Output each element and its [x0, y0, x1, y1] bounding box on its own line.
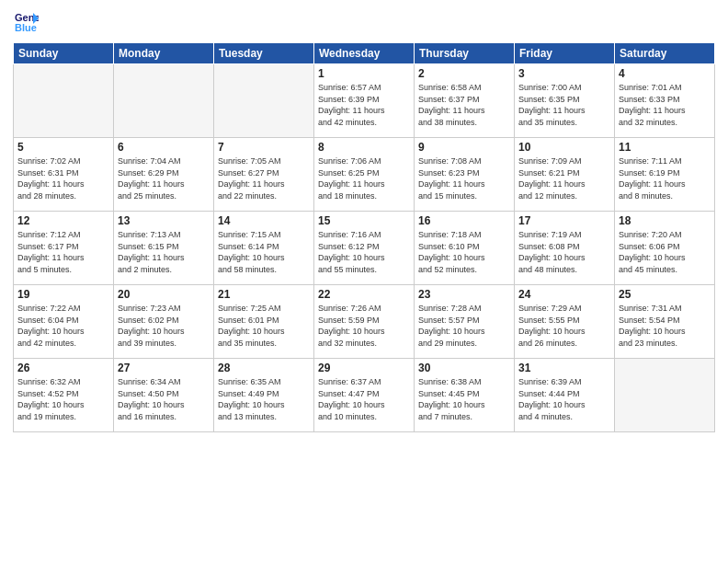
day-number: 31: [518, 362, 610, 374]
calendar-day-cell: 29Sunrise: 6:37 AM Sunset: 4:47 PM Dayli…: [314, 359, 415, 432]
day-info: Sunrise: 7:29 AM Sunset: 5:55 PM Dayligh…: [518, 303, 610, 349]
day-number: 8: [318, 141, 410, 154]
day-info: Sunrise: 6:58 AM Sunset: 6:37 PM Dayligh…: [418, 82, 510, 128]
weekday-header: Sunday: [14, 43, 114, 64]
calendar-day-cell: 5Sunrise: 7:02 AM Sunset: 6:31 PM Daylig…: [14, 138, 114, 212]
day-number: 23: [418, 288, 510, 301]
day-info: Sunrise: 7:16 AM Sunset: 6:12 PM Dayligh…: [318, 229, 410, 275]
day-number: 28: [218, 362, 310, 374]
day-number: 19: [17, 288, 109, 301]
calendar-day-cell: 17Sunrise: 7:19 AM Sunset: 6:08 PM Dayli…: [515, 212, 615, 285]
day-info: Sunrise: 7:22 AM Sunset: 6:04 PM Dayligh…: [17, 303, 109, 349]
day-info: Sunrise: 7:19 AM Sunset: 6:08 PM Dayligh…: [518, 229, 610, 275]
calendar-day-cell: 31Sunrise: 6:39 AM Sunset: 4:44 PM Dayli…: [515, 359, 615, 432]
day-info: Sunrise: 7:18 AM Sunset: 6:10 PM Dayligh…: [418, 229, 510, 275]
day-info: Sunrise: 6:38 AM Sunset: 4:45 PM Dayligh…: [418, 376, 510, 422]
day-number: 2: [418, 67, 510, 80]
weekday-header: Friday: [515, 43, 615, 64]
calendar-day-cell: 11Sunrise: 7:11 AM Sunset: 6:19 PM Dayli…: [615, 138, 715, 212]
calendar-week-row: 26Sunrise: 6:32 AM Sunset: 4:52 PM Dayli…: [14, 359, 715, 432]
day-info: Sunrise: 6:57 AM Sunset: 6:39 PM Dayligh…: [318, 82, 410, 128]
day-info: Sunrise: 7:15 AM Sunset: 6:14 PM Dayligh…: [218, 229, 310, 275]
calendar-day-cell: [114, 64, 214, 138]
header: General Blue: [13, 9, 715, 35]
day-info: Sunrise: 6:35 AM Sunset: 4:49 PM Dayligh…: [218, 376, 310, 422]
calendar-day-cell: 13Sunrise: 7:13 AM Sunset: 6:15 PM Dayli…: [114, 212, 214, 285]
calendar-day-cell: 27Sunrise: 6:34 AM Sunset: 4:50 PM Dayli…: [114, 359, 214, 432]
day-info: Sunrise: 7:11 AM Sunset: 6:19 PM Dayligh…: [619, 155, 711, 201]
day-number: 18: [619, 214, 711, 227]
weekday-header: Thursday: [415, 43, 515, 64]
day-number: 27: [118, 362, 210, 374]
calendar-day-cell: [615, 359, 715, 432]
day-number: 30: [418, 362, 510, 374]
day-number: 26: [17, 362, 109, 374]
day-info: Sunrise: 7:05 AM Sunset: 6:27 PM Dayligh…: [218, 155, 310, 201]
day-number: 6: [118, 141, 210, 154]
calendar-day-cell: 15Sunrise: 7:16 AM Sunset: 6:12 PM Dayli…: [314, 212, 415, 285]
calendar-day-cell: 10Sunrise: 7:09 AM Sunset: 6:21 PM Dayli…: [515, 138, 615, 212]
logo-icon: General Blue: [13, 9, 39, 35]
calendar-day-cell: 4Sunrise: 7:01 AM Sunset: 6:33 PM Daylig…: [615, 64, 715, 138]
day-number: 1: [318, 67, 410, 80]
day-info: Sunrise: 6:37 AM Sunset: 4:47 PM Dayligh…: [318, 376, 410, 422]
day-info: Sunrise: 6:39 AM Sunset: 4:44 PM Dayligh…: [518, 376, 610, 422]
calendar-day-cell: 30Sunrise: 6:38 AM Sunset: 4:45 PM Dayli…: [415, 359, 515, 432]
weekday-header: Monday: [114, 43, 214, 64]
day-number: 25: [619, 288, 711, 301]
calendar-day-cell: 21Sunrise: 7:25 AM Sunset: 6:01 PM Dayli…: [214, 285, 314, 359]
weekday-header: Wednesday: [314, 43, 415, 64]
day-info: Sunrise: 7:13 AM Sunset: 6:15 PM Dayligh…: [118, 229, 210, 275]
day-number: 29: [318, 362, 410, 374]
logo: General Blue: [13, 9, 40, 35]
calendar-day-cell: 8Sunrise: 7:06 AM Sunset: 6:25 PM Daylig…: [314, 138, 415, 212]
calendar-day-cell: 28Sunrise: 6:35 AM Sunset: 4:49 PM Dayli…: [214, 359, 314, 432]
day-info: Sunrise: 7:12 AM Sunset: 6:17 PM Dayligh…: [17, 229, 109, 275]
calendar-day-cell: 18Sunrise: 7:20 AM Sunset: 6:06 PM Dayli…: [615, 212, 715, 285]
day-number: 10: [518, 141, 610, 154]
day-info: Sunrise: 7:02 AM Sunset: 6:31 PM Dayligh…: [17, 155, 109, 201]
calendar-day-cell: 1Sunrise: 6:57 AM Sunset: 6:39 PM Daylig…: [314, 64, 415, 138]
calendar-day-cell: 22Sunrise: 7:26 AM Sunset: 5:59 PM Dayli…: [314, 285, 415, 359]
svg-text:Blue: Blue: [15, 22, 37, 33]
calendar-day-cell: 26Sunrise: 6:32 AM Sunset: 4:52 PM Dayli…: [14, 359, 114, 432]
day-info: Sunrise: 7:28 AM Sunset: 5:57 PM Dayligh…: [418, 303, 510, 349]
calendar-week-row: 5Sunrise: 7:02 AM Sunset: 6:31 PM Daylig…: [14, 138, 715, 212]
calendar-day-cell: 7Sunrise: 7:05 AM Sunset: 6:27 PM Daylig…: [214, 138, 314, 212]
calendar-header-row: SundayMondayTuesdayWednesdayThursdayFrid…: [14, 43, 715, 64]
day-number: 21: [218, 288, 310, 301]
calendar-day-cell: 9Sunrise: 7:08 AM Sunset: 6:23 PM Daylig…: [415, 138, 515, 212]
day-info: Sunrise: 7:06 AM Sunset: 6:25 PM Dayligh…: [318, 155, 410, 201]
day-info: Sunrise: 7:25 AM Sunset: 6:01 PM Dayligh…: [218, 303, 310, 349]
calendar-day-cell: 20Sunrise: 7:23 AM Sunset: 6:02 PM Dayli…: [114, 285, 214, 359]
day-info: Sunrise: 7:09 AM Sunset: 6:21 PM Dayligh…: [518, 155, 610, 201]
calendar-week-row: 19Sunrise: 7:22 AM Sunset: 6:04 PM Dayli…: [14, 285, 715, 359]
calendar-day-cell: 19Sunrise: 7:22 AM Sunset: 6:04 PM Dayli…: [14, 285, 114, 359]
calendar-day-cell: [214, 64, 314, 138]
day-number: 16: [418, 214, 510, 227]
day-number: 24: [518, 288, 610, 301]
weekday-header: Saturday: [615, 43, 715, 64]
day-number: 14: [218, 214, 310, 227]
calendar-week-row: 1Sunrise: 6:57 AM Sunset: 6:39 PM Daylig…: [14, 64, 715, 138]
day-number: 13: [118, 214, 210, 227]
calendar-day-cell: 24Sunrise: 7:29 AM Sunset: 5:55 PM Dayli…: [515, 285, 615, 359]
day-number: 22: [318, 288, 410, 301]
day-number: 12: [17, 214, 109, 227]
day-info: Sunrise: 7:23 AM Sunset: 6:02 PM Dayligh…: [118, 303, 210, 349]
day-number: 20: [118, 288, 210, 301]
calendar-day-cell: 6Sunrise: 7:04 AM Sunset: 6:29 PM Daylig…: [114, 138, 214, 212]
day-number: 11: [619, 141, 711, 154]
day-number: 4: [619, 67, 711, 80]
calendar-day-cell: [14, 64, 114, 138]
day-info: Sunrise: 7:04 AM Sunset: 6:29 PM Dayligh…: [118, 155, 210, 201]
day-info: Sunrise: 7:20 AM Sunset: 6:06 PM Dayligh…: [619, 229, 711, 275]
day-info: Sunrise: 7:26 AM Sunset: 5:59 PM Dayligh…: [318, 303, 410, 349]
day-info: Sunrise: 7:00 AM Sunset: 6:35 PM Dayligh…: [518, 82, 610, 128]
calendar-day-cell: 14Sunrise: 7:15 AM Sunset: 6:14 PM Dayli…: [214, 212, 314, 285]
calendar-day-cell: 2Sunrise: 6:58 AM Sunset: 6:37 PM Daylig…: [415, 64, 515, 138]
day-number: 9: [418, 141, 510, 154]
calendar-day-cell: 25Sunrise: 7:31 AM Sunset: 5:54 PM Dayli…: [615, 285, 715, 359]
calendar-day-cell: 12Sunrise: 7:12 AM Sunset: 6:17 PM Dayli…: [14, 212, 114, 285]
day-info: Sunrise: 6:32 AM Sunset: 4:52 PM Dayligh…: [17, 376, 109, 422]
